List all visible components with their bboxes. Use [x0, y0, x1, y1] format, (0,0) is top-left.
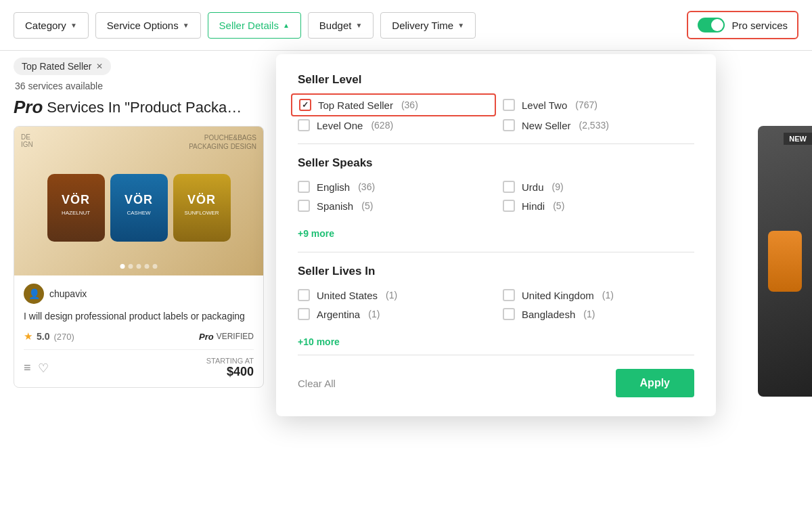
option-new-seller[interactable]: New Seller (2,533) — [503, 119, 694, 131]
option-level-one[interactable]: Level One (628) — [298, 119, 489, 131]
category-filter-btn[interactable]: Category ▼ — [14, 12, 89, 39]
label-united-kingdom: United Kingdom — [522, 290, 594, 301]
card-actions: ≡ ♡ — [24, 361, 49, 376]
category-chevron-icon: ▼ — [70, 22, 77, 29]
seller-speaks-title: Seller Speaks — [298, 156, 694, 170]
checkbox-united-kingdom[interactable] — [503, 289, 515, 301]
service-options-chevron-icon: ▼ — [183, 22, 189, 29]
seller-lives-in-grid: United States (1) United Kingdom (1) Arg… — [298, 289, 694, 320]
dot-5 — [153, 264, 158, 269]
checkbox-spanish[interactable] — [298, 200, 310, 212]
card-dots — [120, 264, 158, 269]
label-english: English — [317, 181, 350, 193]
brand-watermark: POUCHE&BAGSPACKAGING DESIGN — [189, 133, 256, 151]
option-argentina[interactable]: Argentina (1) — [298, 308, 489, 320]
top-rated-seller-tag[interactable]: Top Rated Seller ✕ — [14, 58, 111, 75]
new-badge: NEW — [784, 133, 812, 145]
clear-all-button[interactable]: Clear All — [298, 378, 336, 389]
count-new-seller: (2,533) — [579, 120, 609, 131]
delivery-time-chevron-icon: ▼ — [457, 22, 464, 29]
card-footer: ≡ ♡ STARTING AT $400 — [24, 349, 254, 379]
starting-at: STARTING AT $400 — [206, 357, 254, 379]
checkbox-level-one[interactable] — [298, 119, 310, 131]
option-top-rated-seller[interactable]: Top Rated Seller (36) — [291, 93, 496, 116]
checkbox-level-two[interactable] — [503, 99, 515, 111]
rating-count: (270) — [53, 332, 74, 342]
filter-bar: Category ▼ Service Options ▼ Seller Deta… — [0, 0, 812, 51]
card-image: DEIGN VÖR HAZELNUT VÖR CASHEW VÖR SUNFLO… — [14, 127, 263, 275]
pro-verified-badge: Pro VERIFIED — [199, 332, 254, 342]
dot-2 — [129, 264, 133, 269]
toggle-thumb — [711, 19, 723, 31]
seller-name: chupavix — [49, 288, 87, 299]
checkbox-top-rated-seller[interactable] — [299, 99, 311, 111]
pro-logo: Pro — [14, 97, 43, 118]
count-level-two: (767) — [575, 99, 597, 110]
divider-1 — [298, 143, 694, 144]
service-options-label: Service Options — [107, 20, 179, 31]
lives-more-link[interactable]: +10 more — [298, 336, 340, 347]
budget-label: Budget — [319, 20, 352, 31]
checkbox-english[interactable] — [298, 181, 310, 193]
option-hindi[interactable]: Hindi (5) — [503, 200, 694, 212]
heading-text: Services In "Product Packa… — [47, 99, 242, 116]
apply-button[interactable]: Apply — [616, 369, 694, 397]
dot-4 — [145, 264, 150, 269]
label-level-two: Level Two — [522, 99, 567, 111]
avatar: 👤 — [24, 284, 44, 304]
checkbox-bangladesh[interactable] — [503, 308, 515, 320]
count-united-states: (1) — [386, 290, 397, 301]
pro-services-label: Pro services — [731, 20, 788, 31]
card-title: I will design professional product label… — [24, 309, 254, 324]
seller-details-filter-btn[interactable]: Seller Details ▲ — [208, 12, 301, 39]
count-bangladesh: (1) — [583, 309, 595, 319]
tag-remove-icon[interactable]: ✕ — [96, 62, 103, 71]
delivery-time-filter-btn[interactable]: Delivery Time ▼ — [380, 12, 476, 39]
seller-lives-in-title: Seller Lives In — [298, 265, 694, 278]
service-options-filter-btn[interactable]: Service Options ▼ — [95, 12, 201, 39]
label-hindi: Hindi — [522, 200, 545, 212]
label-level-one: Level One — [317, 120, 363, 131]
option-united-states[interactable]: United States (1) — [298, 289, 489, 301]
checkbox-united-states[interactable] — [298, 289, 310, 301]
checkbox-hindi[interactable] — [503, 200, 515, 212]
count-level-one: (628) — [371, 120, 393, 131]
budget-chevron-icon: ▼ — [355, 22, 362, 29]
option-english[interactable]: English (36) — [298, 181, 489, 193]
count-english: (36) — [358, 181, 375, 192]
pro-services-toggle[interactable]: Pro services — [687, 11, 798, 39]
label-top-rated-seller: Top Rated Seller — [318, 99, 393, 111]
count-spanish: (5) — [361, 200, 373, 211]
option-urdu[interactable]: Urdu (9) — [503, 181, 694, 193]
card-body: 👤 chupavix I will design professional pr… — [14, 275, 263, 387]
speaks-more-link[interactable]: +9 more — [298, 228, 334, 239]
menu-icon[interactable]: ≡ — [24, 361, 31, 376]
checkbox-argentina[interactable] — [298, 308, 310, 320]
count-united-kingdom: (1) — [602, 290, 614, 301]
budget-filter-btn[interactable]: Budget ▼ — [308, 12, 374, 39]
checkbox-new-seller[interactable] — [503, 119, 515, 131]
checkbox-urdu[interactable] — [503, 181, 515, 193]
seller-details-label: Seller Details — [219, 20, 279, 31]
option-bangladesh[interactable]: Bangladesh (1) — [503, 308, 694, 320]
seller-details-dropdown: Seller Level Top Rated Seller (36) Level… — [276, 54, 716, 416]
option-spanish[interactable]: Spanish (5) — [298, 200, 489, 212]
seller-speaks-grid: English (36) Urdu (9) Spanish (5) Hindi … — [298, 181, 694, 212]
starting-at-label: STARTING AT — [206, 357, 254, 365]
label-spanish: Spanish — [317, 200, 353, 212]
seller-level-grid: Top Rated Seller (36) Level Two (767) Le… — [298, 97, 694, 131]
pro-badge-text: Pro — [199, 332, 214, 342]
tag-label: Top Rated Seller — [22, 61, 92, 72]
product-card: DEIGN VÖR HAZELNUT VÖR CASHEW VÖR SUNFLO… — [14, 126, 264, 388]
card-rating: ★ 5.0 (270) Pro VERIFIED — [24, 330, 254, 342]
rating-score: 5.0 — [37, 331, 49, 342]
category-label: Category — [25, 20, 66, 31]
star-icon: ★ — [24, 330, 32, 342]
price: $400 — [206, 365, 254, 379]
label-bangladesh: Bangladesh — [522, 309, 575, 320]
dot-1 — [120, 264, 125, 269]
heart-icon[interactable]: ♡ — [38, 361, 49, 376]
dot-3 — [137, 264, 141, 269]
option-united-kingdom[interactable]: United Kingdom (1) — [503, 289, 694, 301]
option-level-two[interactable]: Level Two (767) — [503, 97, 694, 112]
